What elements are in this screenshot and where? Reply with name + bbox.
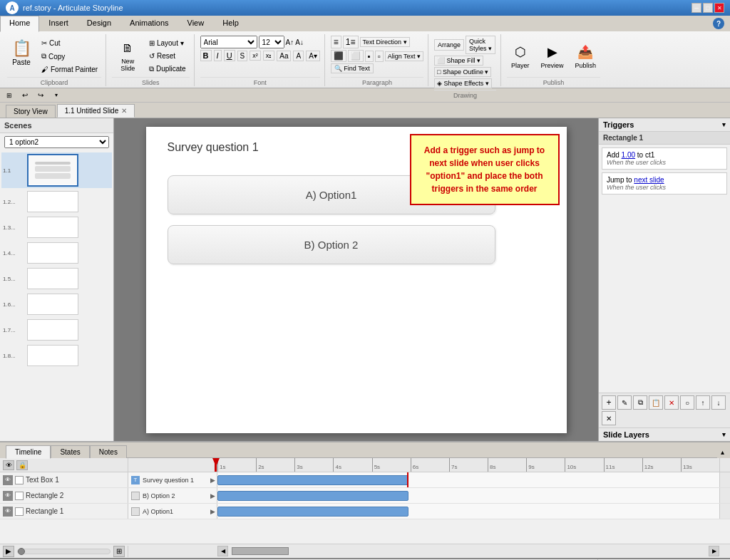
tab-timeline[interactable]: Timeline — [6, 445, 51, 459]
superscript-button[interactable]: x² — [250, 51, 261, 61]
bold-button[interactable]: B — [200, 50, 212, 61]
playback-slider[interactable] — [17, 549, 110, 554]
shape-fill-button[interactable]: ⬜ Shape Fill ▾ — [434, 56, 483, 66]
arrange-button[interactable]: Arrange — [434, 39, 464, 51]
slide-thumb-1-1[interactable]: 1.1 — [1, 152, 112, 188]
slide-thumbnail-1-4[interactable] — [27, 242, 78, 264]
trigger-close-button[interactable]: ✕ — [602, 411, 616, 425]
layout-button[interactable]: ⊞ Layout ▾ — [145, 37, 189, 49]
underline-button[interactable]: U — [224, 50, 235, 61]
reset-button[interactable]: ↺ Reset — [145, 50, 189, 62]
trigger-up-button[interactable]: ↑ — [696, 395, 710, 410]
trigger-item-2[interactable]: Jump to next slide When the user clicks — [602, 172, 727, 195]
duplicate-button[interactable]: ⧉ Duplicate — [145, 63, 189, 76]
track-arrow-rect1[interactable]: ▶ — [210, 508, 215, 515]
trigger-link-1[interactable]: 1.00 — [622, 151, 635, 159]
play-button[interactable]: ▶ — [3, 546, 14, 557]
option-b-button[interactable]: B) Option 2 — [168, 225, 495, 264]
track-checkbox-rect2[interactable] — [15, 492, 24, 500]
slide-layers-collapse-icon[interactable]: ▾ — [722, 431, 726, 438]
publish-button[interactable]: 📤 Publish — [571, 41, 601, 72]
numbering-button[interactable]: 1≡ — [343, 36, 359, 48]
h-scroll-track[interactable] — [228, 546, 709, 556]
font-grow-icon[interactable]: A↑ — [286, 38, 294, 46]
slide-thumbnail-1-3[interactable] — [27, 217, 78, 238]
playback-options-button[interactable]: ⊞ — [113, 546, 125, 557]
font-family-select[interactable]: Arial — [200, 36, 257, 48]
trigger-add-button[interactable]: + — [602, 395, 616, 410]
playback-thumb[interactable] — [18, 548, 25, 555]
align-text-button[interactable]: Align Text ▾ — [385, 51, 423, 61]
slide-thumb-1-4[interactable]: 1.4... — [1, 241, 112, 265]
window-controls[interactable]: ─ □ ✕ — [692, 3, 724, 13]
player-button[interactable]: ⬡ Player — [507, 41, 534, 72]
slide-thumb-1-8[interactable]: 1.8... — [1, 343, 112, 368]
slide-thumbnail-1-8[interactable] — [27, 345, 78, 366]
font-size-select[interactable]: 12 — [259, 36, 284, 48]
trigger-edit-button[interactable]: ✎ — [617, 395, 632, 410]
track-bar-area-rect1[interactable] — [217, 504, 719, 519]
find-text-button[interactable]: 🔍 Find Text — [331, 63, 374, 73]
quick-styles-button[interactable]: QuickStyles ▾ — [466, 36, 495, 54]
slide-thumbnail-1-5[interactable] — [27, 268, 78, 289]
copy-button[interactable]: ⧉ Copy — [38, 50, 101, 63]
justify-button[interactable]: ▫ — [375, 51, 384, 62]
shape-outline-button[interactable]: □ Shape Outline ▾ — [434, 67, 491, 77]
qat-menu-button[interactable]: ▾ — [50, 90, 63, 101]
slide-thumb-1-6[interactable]: 1.6... — [1, 292, 112, 316]
slide-tab-close[interactable]: ✕ — [121, 107, 127, 115]
help-icon[interactable]: ? — [713, 18, 724, 29]
trigger-item-1[interactable]: Add 1.00 to ct1 When the user clicks — [602, 147, 727, 170]
maximize-button[interactable]: □ — [703, 3, 713, 13]
text-direction-button[interactable]: Text Direction ▾ — [360, 37, 410, 47]
track-eye-rect2[interactable]: 👁 — [3, 491, 13, 501]
tab-design[interactable]: Design — [78, 16, 120, 31]
slide-thumbnail-1-2[interactable] — [27, 191, 78, 212]
triggers-collapse-icon[interactable]: ▾ — [722, 121, 726, 128]
undo-button[interactable]: ↩ — [19, 90, 31, 101]
align-right-button[interactable]: ▪ — [365, 51, 374, 62]
cut-button[interactable]: ✂ Cut — [38, 37, 101, 49]
tab-animations[interactable]: Animations — [120, 16, 178, 31]
tab-help[interactable]: Help — [213, 16, 248, 31]
track-bar-area-rect2[interactable] — [217, 488, 719, 503]
tab-story-view[interactable]: Story View — [6, 105, 56, 118]
align-center-button[interactable]: ⬜ — [348, 50, 364, 62]
track-arrow-rect2[interactable]: ▶ — [210, 492, 215, 499]
tab-states[interactable]: States — [51, 445, 89, 458]
format-painter-button[interactable]: 🖌 Format Painter — [38, 63, 101, 76]
slide-thumbnail-1-1[interactable] — [27, 154, 78, 187]
scenes-dropdown[interactable]: 1 option2 — [4, 136, 109, 148]
trigger-down-button[interactable]: ↓ — [711, 395, 726, 410]
track-checkbox-textbox1[interactable] — [15, 476, 24, 484]
track-lock-all[interactable]: 🔒 — [16, 460, 28, 470]
h-scroll-right[interactable]: ▶ — [709, 546, 719, 556]
redo-button[interactable]: ↪ — [34, 90, 47, 101]
scene-select[interactable]: 1 option2 — [4, 136, 109, 148]
font-color-button[interactable]: A▾ — [306, 51, 320, 61]
slide-thumb-1-7[interactable]: 1.7... — [1, 318, 112, 342]
strikethrough-button[interactable]: S — [237, 51, 248, 61]
case-button[interactable]: Aa — [277, 51, 291, 61]
bullets-button[interactable]: ≡ — [331, 36, 341, 48]
preview-button[interactable]: ▶ Preview — [537, 41, 568, 72]
tab-home[interactable]: Home — [0, 16, 39, 32]
close-button[interactable]: ✕ — [714, 3, 724, 13]
tab-untitled-slide[interactable]: 1.1 Untitled Slide ✕ — [57, 104, 135, 118]
trigger-copy-button[interactable]: ⧉ — [633, 395, 647, 410]
trigger-delete-button[interactable]: ✕ — [664, 395, 679, 410]
paste-button[interactable]: 📋 Paste — [7, 37, 36, 69]
track-eye-rect1[interactable]: 👁 — [3, 507, 13, 517]
track-arrow-textbox1[interactable]: ▶ — [210, 477, 215, 484]
tab-view[interactable]: View — [178, 16, 214, 31]
track-checkbox-rect1[interactable] — [15, 507, 24, 516]
timeline-collapse-icon[interactable]: ▴ — [717, 447, 727, 457]
shape-effects-button[interactable]: ◈ Shape Effects ▾ — [434, 78, 492, 88]
trigger-link-2[interactable]: next slide — [634, 176, 664, 184]
trigger-paste-button[interactable]: 📋 — [649, 395, 663, 410]
h-scroll-left[interactable]: ◀ — [217, 546, 228, 556]
align-left-button[interactable]: ⬛ — [331, 50, 346, 62]
slide-thumbnail-1-7[interactable] — [27, 319, 78, 341]
tab-insert[interactable]: Insert — [39, 16, 78, 31]
slide-thumb-1-5[interactable]: 1.5... — [1, 266, 112, 291]
